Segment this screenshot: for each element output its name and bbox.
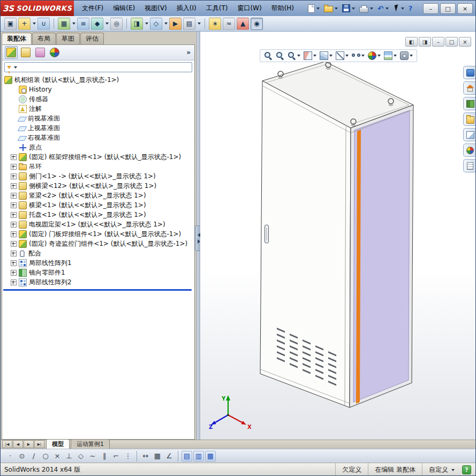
expander-icon[interactable] xyxy=(11,173,17,179)
view-settings-button[interactable] xyxy=(400,51,413,60)
doc-minimize-button[interactable]: – xyxy=(432,37,444,47)
featuremanager-tab[interactable] xyxy=(5,46,18,59)
menu-item[interactable]: 编辑(E) xyxy=(108,1,140,16)
tree-item[interactable]: 侧门<1> -> (默认<<默认>_显示状态 1>) xyxy=(2,171,194,181)
mate-button[interactable]: ∪ xyxy=(37,18,50,30)
dropdown-arrow-icon[interactable] xyxy=(386,7,389,10)
expander-icon[interactable] xyxy=(11,212,17,218)
undo-button[interactable]: ↶ xyxy=(376,4,390,13)
select-sketch-button[interactable]: · xyxy=(5,451,16,462)
cabinet-model[interactable] xyxy=(200,32,476,440)
door-handle[interactable] xyxy=(265,225,269,243)
next-tab-button[interactable]: ▶ xyxy=(24,440,34,448)
panel-tab[interactable]: 装配体 xyxy=(2,33,32,44)
select-button[interactable] xyxy=(391,4,406,13)
polygon-button[interactable]: ◇ xyxy=(75,451,86,462)
custom-properties-tab[interactable] xyxy=(463,159,476,172)
dropdown-arrow-icon[interactable] xyxy=(72,22,75,25)
reference-geometry-button[interactable]: ◇ xyxy=(150,18,162,30)
propertymanager-tab[interactable] xyxy=(19,46,32,59)
dropdown-arrow-icon[interactable] xyxy=(313,55,316,57)
bill-of-materials-button[interactable]: ▤ xyxy=(183,18,195,30)
print-document-button[interactable] xyxy=(358,3,375,14)
graphics-area[interactable]: ◧◨–□× Y X Z xyxy=(200,32,476,440)
expander-icon[interactable] xyxy=(11,193,17,199)
show-hidden-components-button[interactable]: ◎ xyxy=(110,18,123,30)
edit-component-button[interactable]: ▣ xyxy=(4,18,17,30)
insert-components-button[interactable]: + xyxy=(18,18,31,30)
doc-restore-button[interactable]: □ xyxy=(445,37,458,47)
expander-icon[interactable] xyxy=(11,222,17,228)
panel-overflow-button[interactable]: » xyxy=(185,49,192,56)
tree-item[interactable]: (固定) 框架焊接组件<1> (默认<默认_显示状态-1>) xyxy=(2,152,194,162)
corner-rectangle-button[interactable]: ⌐ xyxy=(111,451,122,462)
dropdown-arrow-icon[interactable] xyxy=(145,22,148,25)
filter-dropdown-arrow[interactable] xyxy=(14,66,17,69)
exploded-view-button[interactable]: ∗ xyxy=(209,18,221,30)
explode-line-sketch-button[interactable]: ≈ xyxy=(223,18,235,30)
dropdown-arrow-icon[interactable] xyxy=(394,55,397,57)
display-style-button[interactable] xyxy=(336,51,349,60)
menu-item[interactable]: 插入(I) xyxy=(172,1,201,16)
expander-icon[interactable] xyxy=(11,279,17,285)
expander-icon[interactable] xyxy=(11,202,17,208)
linear-component-pattern-button[interactable]: ▦ xyxy=(58,18,70,30)
appearances-scenes-tab[interactable] xyxy=(463,143,476,157)
tree-item[interactable]: 原点 xyxy=(2,142,194,152)
tree-item[interactable]: 配合 xyxy=(2,248,194,258)
tree-item[interactable]: (固定) 奇迹监控门组件<1> (默认<默认_显示状态-1>) xyxy=(2,239,194,248)
menu-item[interactable]: 工具(T) xyxy=(201,1,233,16)
menu-item[interactable]: 文件(F) xyxy=(77,1,108,16)
expander-icon[interactable] xyxy=(11,270,17,276)
expander-icon[interactable] xyxy=(11,231,17,237)
solidworks-resources-tab[interactable] xyxy=(463,81,476,95)
edit-appearance-button[interactable] xyxy=(368,51,381,60)
status-custom-dropdown[interactable]: 自定义 xyxy=(422,463,461,476)
spline-button[interactable]: ~ xyxy=(87,451,98,462)
angle-button[interactable]: ∠ xyxy=(164,451,175,462)
tree-item[interactable]: 传感器 xyxy=(2,94,194,104)
expander-icon[interactable] xyxy=(11,164,17,170)
panel-tab[interactable]: 草图 xyxy=(56,33,80,44)
snap-points-button[interactable]: ⋮ xyxy=(123,451,133,462)
tree-item[interactable]: 局部线性阵列1 xyxy=(2,258,194,268)
dropdown-arrow-icon[interactable] xyxy=(164,22,168,25)
solidworks-forum-tab[interactable] xyxy=(463,66,476,79)
side-panel[interactable] xyxy=(353,110,410,402)
expander-icon[interactable] xyxy=(11,241,17,247)
perpendicular-button[interactable]: ⊥ xyxy=(64,451,74,462)
previous-view-button[interactable] xyxy=(288,51,300,60)
panel-tab[interactable]: 布局 xyxy=(32,33,56,44)
dropdown-arrow-icon[interactable] xyxy=(297,55,300,57)
dropdown-arrow-icon[interactable] xyxy=(370,7,373,10)
expander-icon[interactable] xyxy=(11,183,17,189)
dropdown-arrow-icon[interactable] xyxy=(335,7,338,10)
pane-left-button[interactable]: ◧ xyxy=(405,37,418,47)
tree-item[interactable]: 上视基准面 xyxy=(2,123,194,133)
parallel-button[interactable]: ∥ xyxy=(99,451,110,462)
zoom-to-area-button[interactable] xyxy=(276,51,284,60)
help-button[interactable]: ? xyxy=(407,3,414,13)
doc-close-button[interactable]: × xyxy=(459,37,471,47)
model-tab[interactable]: 模型 xyxy=(46,439,70,449)
rollback-bar[interactable] xyxy=(3,289,192,291)
save-document-button[interactable] xyxy=(341,3,357,13)
menu-item[interactable]: 帮助(H) xyxy=(267,1,299,16)
open-document-button[interactable] xyxy=(322,3,339,13)
tree-item[interactable]: 横梁<1> (默认<<默认>_显示状态 1>) xyxy=(2,200,194,210)
circle-point-button[interactable]: ⊙ xyxy=(17,451,27,462)
tree-item[interactable]: (固定) 门板焊接组件<1> (默认<默认_显示状态-1>) xyxy=(2,229,194,239)
grid-button[interactable]: ▦ xyxy=(152,451,163,462)
model-tab[interactable]: 运动算例1 xyxy=(71,439,110,449)
tree-filter-bar[interactable] xyxy=(4,62,192,72)
displaymanager-tab[interactable] xyxy=(48,46,61,59)
smart-fasteners-button[interactable]: ≡ xyxy=(77,18,89,30)
minimize-button[interactable]: – xyxy=(423,3,439,14)
tree-item[interactable]: 前视基准面 xyxy=(2,114,194,123)
last-tab-button[interactable]: ▶| xyxy=(34,440,44,448)
dropdown-arrow-icon[interactable] xyxy=(198,22,201,25)
panel-tab[interactable]: 评估 xyxy=(80,33,104,44)
design-library-tab[interactable] xyxy=(463,97,476,110)
section-view-button[interactable] xyxy=(304,51,316,60)
move-component-button[interactable]: ◆ xyxy=(91,18,103,30)
